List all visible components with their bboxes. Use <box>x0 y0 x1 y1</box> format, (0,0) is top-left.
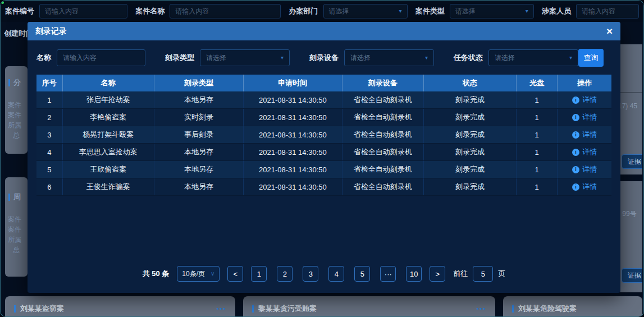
more-options-icon[interactable]: ••• <box>476 305 486 312</box>
filter-burn-type: 刻录类型 请选择 ▾ <box>165 49 290 66</box>
background-card: 分案件案件所属总 <box>5 66 28 154</box>
name-input[interactable] <box>57 49 145 66</box>
detail-link[interactable]: i详情 <box>572 112 597 122</box>
records-table-body: 1张启年抢劫案本地另存2021-08-31 14:30:50省检全自动刻录机刻录… <box>36 91 611 196</box>
case-card[interactable]: 刘某某危险驾驶案 <box>503 296 642 317</box>
row-burn-type: 本地另存 <box>154 91 243 109</box>
case-name-input[interactable] <box>170 4 281 19</box>
row-apply-time: 2021-08-31 14:30:50 <box>244 144 342 161</box>
more-pages-button[interactable]: ··· <box>380 266 396 282</box>
bottom-cards-row: 刘某某盗窃案•••黎某某贪污受贿案•••刘某某危险驾驶案 <box>5 296 642 317</box>
detail-link[interactable]: i详情 <box>572 130 597 140</box>
row-actions: i详情 <box>558 144 611 161</box>
row-burn-type: 实时刻录 <box>154 109 243 126</box>
select-placeholder: 请选择 <box>206 53 226 63</box>
row-burn-device: 省检全自动刻录机 <box>342 178 423 196</box>
prev-page-button[interactable]: < <box>227 266 243 282</box>
info-icon: i <box>572 183 579 191</box>
row-index: 5 <box>36 161 62 178</box>
detail-link[interactable]: i详情 <box>572 147 597 157</box>
card-title: 周 <box>8 192 28 202</box>
records-table: 序号名称刻录类型申请时间刻录设备状态光盘操作 1张启年抢劫案本地另存2021-0… <box>36 75 611 196</box>
table-row: 3杨晃打架斗殴案事后刻录2021-08-31 14:30:50省检全自动刻录机刻… <box>36 126 611 144</box>
case-card[interactable]: 黎某某贪污受贿案••• <box>243 296 495 317</box>
row-apply-time: 2021-08-31 14:30:50 <box>244 161 342 178</box>
row-name: 杨晃打架斗殴案 <box>62 126 154 144</box>
evidence-button[interactable]: 证据 <box>622 154 642 169</box>
right-card-top: 17) 45 证据 <box>617 44 642 174</box>
table-row: 1张启年抢劫案本地另存2021-08-31 14:30:50省检全自动刻录机刻录… <box>36 91 611 109</box>
detail-label: 详情 <box>582 95 597 105</box>
goto-page: 前往 页 <box>453 266 505 282</box>
goto-page-input[interactable] <box>473 266 493 282</box>
row-status: 刻录完成 <box>423 91 516 109</box>
task-status-select[interactable]: 请选择 ▾ <box>488 49 578 66</box>
row-burn-type: 本地另存 <box>154 144 243 161</box>
row-burn-type: 事后刻录 <box>154 126 243 144</box>
search-button[interactable]: 查询 <box>578 49 604 67</box>
right-card-bottom: ) 99号 证据 <box>617 181 642 292</box>
row-burn-device: 省检全自动刻录机 <box>342 144 423 161</box>
burn-type-select[interactable]: 请选择 ▾ <box>200 49 290 66</box>
next-page-button[interactable]: > <box>430 266 445 282</box>
case-number-input[interactable] <box>39 4 127 19</box>
case-type-label: 案件类型 <box>415 6 445 16</box>
task-status-label: 任务状态 <box>454 53 483 63</box>
detail-label: 详情 <box>582 130 597 140</box>
row-status: 刻录完成 <box>423 178 516 196</box>
case-type-select[interactable]: 请选择▾ <box>450 4 534 19</box>
burn-type-label: 刻录类型 <box>165 53 194 63</box>
page-size-select[interactable]: 10条/页 ∨ <box>177 266 220 282</box>
card-field-label: 所属 <box>8 120 28 130</box>
row-burn-device: 省检全自动刻录机 <box>342 109 423 126</box>
evidence-button[interactable]: 证据 <box>622 268 642 283</box>
row-burn-type: 本地另存 <box>154 178 243 196</box>
card-field-label: 案件 <box>8 100 28 110</box>
row-actions: i详情 <box>558 161 611 178</box>
page-button-3[interactable]: 3 <box>303 266 318 282</box>
top-filter-bar: 案件编号案件名称办案部门请选择▾案件类型请选择▾涉案人员 <box>1 1 643 22</box>
row-apply-time: 2021-08-31 14:30:50 <box>244 126 342 144</box>
pagination-bar: 共 50 条 10条/页 ∨ < 12345···10 > 前往 页 <box>28 266 620 282</box>
page-button-2[interactable]: 2 <box>277 266 293 282</box>
row-index: 6 <box>36 178 62 196</box>
row-status: 刻录完成 <box>423 161 516 178</box>
chevron-down-icon: ∨ <box>211 271 214 277</box>
filter-burn-device: 刻录设备 请选择 ▾ <box>309 49 434 66</box>
chevron-down-icon: ▾ <box>425 55 428 61</box>
column-header: 序号 <box>36 75 62 91</box>
card-divider <box>617 92 642 93</box>
case-card[interactable]: 刘某某盗窃案••• <box>5 296 235 317</box>
row-apply-time: 2021-08-31 14:30:50 <box>244 91 342 109</box>
case-number-label: 案件编号 <box>5 6 34 16</box>
page-button-1[interactable]: 1 <box>251 266 267 282</box>
row-burn-device: 省检全自动刻录机 <box>342 126 423 144</box>
table-row: 6王俊生诈骗案本地另存2021-08-31 14:30:50省检全自动刻录机刻录… <box>36 178 611 196</box>
row-status: 刻录完成 <box>423 144 516 161</box>
table-row: 4李思思入室抢劫案本地另存2021-08-31 14:30:50省检全自动刻录机… <box>36 144 611 161</box>
info-icon: i <box>572 149 579 156</box>
handling-department-select[interactable]: 请选择▾ <box>323 4 408 19</box>
page-button-5[interactable]: 5 <box>354 266 370 282</box>
case-card-title: 黎某某贪污受贿案 <box>258 304 317 314</box>
involved-person-input[interactable] <box>576 4 639 19</box>
row-name: 李思思入室抢劫案 <box>62 144 154 161</box>
detail-link[interactable]: i详情 <box>572 182 597 192</box>
column-header: 状态 <box>423 75 516 91</box>
page-button-10[interactable]: 10 <box>406 266 422 282</box>
close-icon[interactable]: × <box>606 26 613 36</box>
involved-person-label: 涉案人员 <box>542 6 571 16</box>
burn-device-select[interactable]: 请选择 ▾ <box>344 49 434 66</box>
page-button-4[interactable]: 4 <box>328 266 344 282</box>
top-filter-case-type: 案件类型请选择▾ <box>415 4 534 19</box>
detail-link[interactable]: i详情 <box>572 95 597 105</box>
goto-unit: 页 <box>498 269 505 279</box>
detail-link[interactable]: i详情 <box>572 164 597 174</box>
info-icon: i <box>572 114 579 121</box>
row-actions: i详情 <box>558 109 611 126</box>
more-options-icon[interactable]: ••• <box>216 305 226 312</box>
row-actions: i详情 <box>558 178 611 196</box>
info-icon: i <box>572 97 579 104</box>
goto-label: 前往 <box>453 269 468 279</box>
top-filter-case-number: 案件编号 <box>5 4 127 19</box>
